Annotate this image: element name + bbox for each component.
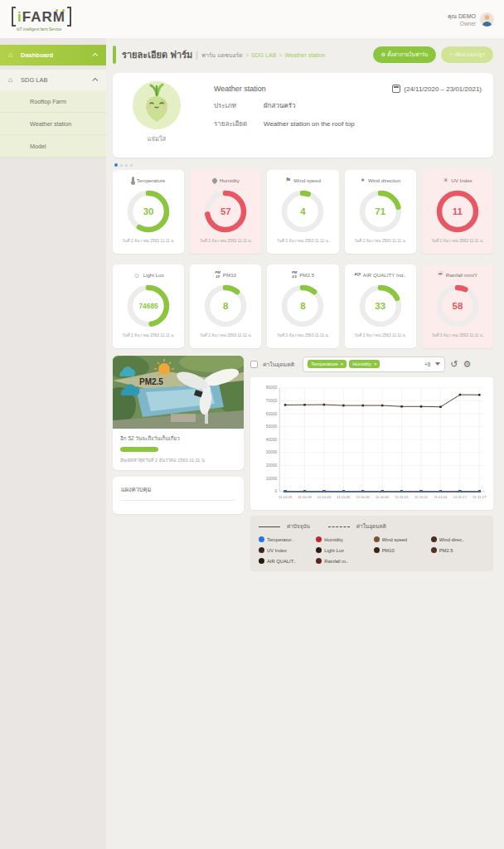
harvest-countdown-text: อีก 52 วันจะถึงวันเก็บเกี่ยว — [120, 434, 236, 443]
gauge-grid: Temperature30วันที่ 2 ธันวาคม 2563 11:11… — [113, 170, 493, 353]
legend-item-label: Rainfall m.. — [324, 559, 348, 564]
control-panel-card[interactable]: แผงควบคุม — [113, 477, 244, 514]
solid-line-sample — [259, 526, 280, 527]
gauge-card-light-lux[interactable]: Light Lux74685วันที่ 2 ธันวาคม 2563 11:1… — [113, 264, 184, 348]
legend-color-dot — [316, 536, 322, 542]
svg-text:11:10:45: 11:10:45 — [356, 495, 371, 499]
legend-color-dot — [431, 547, 437, 553]
legend-item-uv-index[interactable]: UV Index — [259, 547, 313, 553]
legend-item-wind-direc[interactable]: Wind direc.. — [431, 536, 485, 542]
gauge-card-humidity[interactable]: Humidity57วันที่ 2 ธันวาคม 2563 11:11 น. — [190, 170, 261, 254]
date-range-picker[interactable]: (24/11/2020 – 23/01/2021) — [392, 85, 482, 93]
legend-color-dot — [374, 547, 380, 553]
reset-icon[interactable]: ↺ — [450, 360, 458, 369]
legend-item-rainfall-m[interactable]: Rainfall m.. — [316, 558, 370, 564]
legend-item-temperatur[interactable]: Temperatur.. — [259, 536, 313, 542]
home-icon: ⌂ — [8, 51, 16, 59]
legend-items: Temperatur..HumidityWind speedWind direc… — [259, 536, 485, 564]
gauge-header: PM2.5PM2.5 — [269, 270, 336, 279]
svg-text:80000: 80000 — [266, 386, 278, 390]
gauge-card-wind-direction[interactable]: Wind direction71วันที่ 2 ธันวาคม 2563 11… — [345, 170, 416, 254]
tag-label: Humidity — [352, 361, 371, 366]
logo-tagline: IoT intelligent farm Service — [12, 27, 106, 32]
legend-color-dot — [259, 547, 264, 553]
carousel-dot-active[interactable] — [114, 163, 118, 167]
legend-item-label: PM10 — [382, 548, 395, 553]
gauge-label: PM2.5 — [299, 272, 314, 278]
breadcrumb-weather-station[interactable]: Weather station — [284, 52, 325, 58]
date-range-value: (24/11/2020 – 23/01/2021) — [404, 85, 482, 93]
ideal-value-checkbox[interactable] — [250, 361, 258, 368]
gauge-value: 74685 — [125, 283, 172, 329]
farm-settings-button[interactable]: ตั้งค่าภายในฟาร์ม — [373, 46, 437, 63]
gauge-card-air-quality-ind[interactable]: AQIAIR QUALITY Ind..33วันที่ 2 ธันวาคม 2… — [345, 264, 416, 348]
gauge-donut: 30 — [125, 188, 172, 235]
sun-icon — [443, 177, 448, 184]
sidebar-item-sdg-lab[interactable]: ⌂ SDG LAB — [0, 70, 106, 90]
sidebar-item-label: SDG LAB — [21, 76, 94, 84]
app-logo[interactable]: iFARM IoT intelligent farm Service — [0, 7, 106, 32]
remove-tag-icon[interactable]: × — [374, 361, 377, 366]
carousel-dot[interactable] — [130, 164, 133, 167]
sidebar-item-label: Dashboard — [21, 51, 94, 59]
breadcrumb-separator: > — [245, 52, 249, 58]
detail-value: Weather station on the roof top — [264, 120, 355, 128]
gauge-header: Light Lux — [115, 270, 182, 279]
current-value-label: ค่าปัจจุบัน — [287, 522, 310, 531]
settings-gear-icon[interactable]: ⚙ — [463, 360, 471, 369]
user-name: คุณ DEMO — [448, 12, 476, 21]
legend-item-label: Wind speed — [382, 537, 408, 542]
compass-icon — [360, 177, 366, 184]
selected-series-tag-temperature[interactable]: Temperature× — [308, 360, 346, 368]
svg-text:70000: 70000 — [266, 399, 278, 403]
legend-item-wind-speed[interactable]: Wind speed — [374, 536, 428, 542]
gauge-card-pm10[interactable]: PM10PM108วันที่ 2 ธันวาคม 2563 11:11 น. — [190, 264, 261, 348]
gauge-card-pm2-5[interactable]: PM2.5PM2.58วันที่ 2 ธันวาคม 2563 11:11 น… — [267, 264, 338, 348]
sidebar-subitem-rooftop-farm[interactable]: Rooftop Farm — [0, 90, 106, 113]
camera-card: PM2.5 อีก 52 วันจะถึงวันเก็บเกี่ยว อัพเด… — [113, 356, 244, 470]
gauge-date: วันที่ 2 ธันวาคม 2563 11:11 น. — [192, 332, 259, 338]
legend-item-light-lux[interactable]: Light Lux — [316, 547, 370, 553]
sidebar-item-dashboard[interactable]: ⌂ Dashboard — [0, 45, 106, 65]
gauge-card-wind-speed[interactable]: Wind speed4วันที่ 2 ธันวาคม 2563 11:11 น… — [267, 170, 338, 254]
svg-text:11:11:17: 11:11:17 — [472, 495, 487, 499]
ideal-value-label: ค่าในอุดมคติ — [356, 522, 386, 531]
title-accent-bar — [113, 46, 116, 64]
gauge-card-temperature[interactable]: Temperature30วันที่ 2 ธันวาคม 2563 11:11… — [113, 170, 184, 254]
control-panel-title: แผงควบคุม — [121, 484, 235, 501]
sidebar-submenu: Rooftop Farm Weather station Model — [0, 90, 106, 158]
user-avatar-icon[interactable] — [480, 12, 494, 27]
legend-item-air-qualit[interactable]: AIR QUALIT.. — [259, 558, 313, 564]
carousel-dot[interactable] — [125, 164, 128, 167]
line-chart-card: 0100002000030000400005000060000700008000… — [250, 377, 493, 510]
legend-item-pm2-5[interactable]: PM2.5 — [431, 547, 485, 553]
logo-bracket-left — [12, 7, 16, 27]
ideal-value-checkbox-label: ค่าในอุดมคติ — [263, 360, 294, 369]
gauge-donut: 11 — [434, 188, 481, 235]
sidebar-subitem-model[interactable]: Model — [0, 135, 106, 158]
series-multiselect[interactable]: Temperature×Humidity× +8 — [303, 357, 445, 372]
gauge-card-rainfall-mm-y[interactable]: Rainfall mm/Y58วันที่ 2 ธันวาคม 2563 11:… — [422, 264, 493, 348]
sidebar-subitem-weather-station[interactable]: Weather station — [0, 113, 106, 135]
gauge-value: 71 — [357, 188, 404, 235]
add-plot-button[interactable]: + เพิ่มแปลงปลูก — [441, 46, 493, 63]
gauge-value: 33 — [357, 283, 404, 329]
remove-tag-icon[interactable]: × — [341, 361, 344, 366]
selected-series-tag-humidity[interactable]: Humidity× — [349, 360, 380, 368]
carousel-dot[interactable] — [120, 164, 123, 167]
gauge-value: 58 — [434, 283, 481, 329]
legend-item-humidity[interactable]: Humidity — [316, 536, 370, 542]
gauge-header: AQIAIR QUALITY Ind.. — [347, 270, 414, 279]
gauge-card-uv-index[interactable]: UV Index11วันที่ 2 ธันวาคม 2563 11:11 น. — [422, 170, 493, 254]
chevron-down-icon — [435, 362, 440, 366]
breadcrumb-root[interactable]: ฟาร์ม แดชบอร์ด — [201, 51, 243, 60]
chart-legend: ค่าปัจจุบัน ค่าในอุดมคติ Temperatur..Hum… — [250, 516, 493, 571]
gauge-header: UV Index — [424, 176, 491, 185]
gauge-date: วันที่ 2 ธันวาคม 2563 11:11 น. — [269, 332, 336, 338]
legend-item-pm10[interactable]: PM10 — [374, 547, 428, 553]
user-menu[interactable]: คุณ DEMO Owner — [448, 12, 504, 27]
pm25-icon: PM2.5 — [292, 271, 297, 278]
breadcrumb-sdg-lab[interactable]: SDG LAB — [251, 52, 276, 58]
gauge-label: Temperature — [137, 177, 166, 183]
legend-item-label: Wind direc.. — [439, 537, 465, 542]
